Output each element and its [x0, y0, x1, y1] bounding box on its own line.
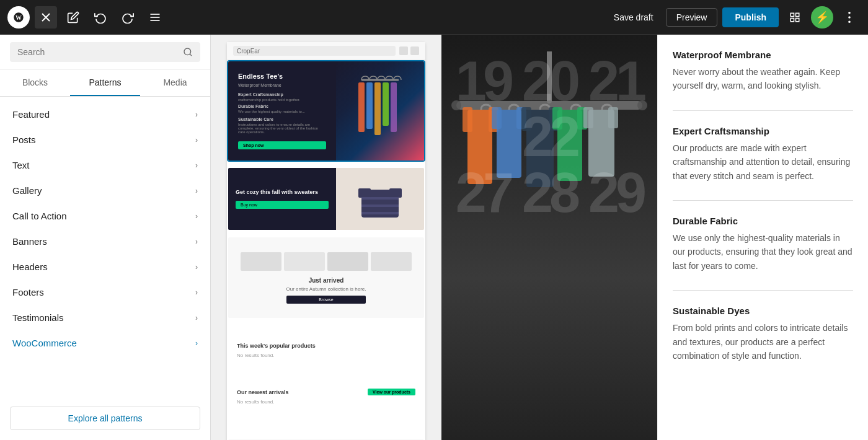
sidebar-item-label: Call to Action	[12, 211, 67, 221]
pattern-card-newest-arrivals[interactable]: Our newest arrivals View our products No…	[227, 381, 425, 433]
publish-button[interactable]: Publish	[722, 7, 779, 27]
chevron-right-icon: ›	[195, 237, 198, 246]
sidebar-item-call-to-action[interactable]: Call to Action ›	[0, 203, 210, 229]
sidebar-item-posts[interactable]: Posts ›	[0, 127, 210, 152]
sidebar-item-woocommerce[interactable]: WooCommerce ›	[0, 330, 210, 356]
edit-button[interactable]	[62, 6, 84, 29]
more-button[interactable]	[838, 6, 861, 29]
search-input[interactable]	[17, 47, 178, 57]
grid-cell	[327, 252, 368, 271]
pattern-3-btn[interactable]: Browse	[286, 296, 366, 304]
pattern-2-right	[336, 168, 424, 230]
sidebar-search-section	[0, 35, 210, 70]
sidebar-item-label: Text	[12, 160, 30, 170]
svg-rect-39	[552, 107, 562, 130]
feature-divider	[673, 110, 853, 111]
sidebar-item-label: Gallery	[12, 185, 42, 196]
feature-dyes-desc: From bold prints and colors to intricate…	[673, 321, 853, 363]
svg-rect-30	[463, 107, 472, 132]
svg-rect-21	[391, 82, 397, 132]
pattern-2-layout: Get cozy this fall with sweaters Buy now	[228, 168, 424, 230]
right-panel: Waterproof Membrane Never worry about th…	[657, 35, 868, 440]
pattern-1-layout: Endless Tee's Waterproof Membrane Expert…	[228, 61, 424, 161]
sidebar-tabs: Blocks Patterns Media	[0, 70, 210, 97]
layout-button[interactable]	[784, 6, 806, 29]
sidebar-item-gallery[interactable]: Gallery ›	[0, 178, 210, 203]
sidebar-item-testimonials[interactable]: Testimonials ›	[0, 305, 210, 330]
feature-fabric-desc: We use only the highest-quality material…	[673, 231, 853, 273]
svg-rect-27	[361, 212, 399, 214]
undo-button[interactable]	[89, 6, 112, 29]
pattern-card-popular-products[interactable]: This week's popular products No results …	[227, 324, 425, 376]
save-draft-button[interactable]: Save draft	[606, 9, 661, 26]
topbar-left: W	[7, 6, 166, 29]
pattern-card-just-arrived[interactable]: Just arrived Our entire Autumn collectio…	[227, 236, 425, 319]
feature-craftsmanship-desc: Our products are made with expert crafts…	[673, 141, 853, 183]
search-box	[10, 42, 200, 62]
tab-media[interactable]: Media	[140, 70, 210, 96]
pattern-3-title: Just arrived	[286, 277, 366, 284]
sidebar-item-banners[interactable]: Banners ›	[0, 229, 210, 254]
svg-rect-42	[583, 107, 593, 128]
menu-button[interactable]	[144, 6, 166, 29]
pattern-5-btn[interactable]: View our products	[368, 389, 415, 395]
wp-logo: W	[7, 6, 30, 29]
sidebar-item-footers[interactable]: Footers ›	[0, 279, 210, 305]
svg-rect-19	[374, 82, 381, 135]
topbar-right: Save draft Preview Publish ⚡	[606, 6, 861, 29]
feature-waterproof: Waterproof Membrane Never worry about th…	[673, 50, 853, 93]
pattern-5-layout: Our newest arrivals View our products No…	[228, 382, 424, 432]
pattern-1-shop-button[interactable]: Shop now	[238, 141, 326, 149]
pattern-card-endless-tees[interactable]: Endless Tee's Waterproof Membrane Expert…	[227, 60, 425, 162]
preview-button[interactable]: Preview	[666, 8, 718, 27]
pattern-1-subtitle: Waterproof Membrane	[238, 82, 326, 89]
svg-line-15	[190, 54, 192, 56]
main-layout: Blocks Patterns Media Featured › Posts ›…	[0, 35, 868, 440]
svg-point-12	[848, 16, 851, 19]
hangers-visual	[444, 51, 655, 423]
svg-point-44	[451, 100, 461, 110]
pattern-3-grid	[241, 252, 412, 271]
sidebar-item-label: Banners	[12, 236, 47, 247]
svg-rect-18	[366, 82, 373, 129]
pattern-card-cozy-sweaters[interactable]: Get cozy this fall with sweaters Buy now	[227, 167, 425, 231]
chevron-right-icon: ›	[195, 212, 198, 221]
svg-point-14	[184, 48, 191, 55]
pattern-1-feature1: Expert Craftsmanship	[238, 92, 326, 97]
sidebar-item-featured[interactable]: Featured ›	[0, 102, 210, 127]
sidebar-item-text[interactable]: Text ›	[0, 152, 210, 178]
tab-blocks[interactable]: Blocks	[0, 70, 70, 96]
sidebar-item-label: Testimonials	[12, 312, 64, 323]
chevron-right-icon: ›	[195, 187, 198, 195]
tab-patterns[interactable]: Patterns	[70, 70, 140, 96]
chevron-right-icon: ›	[195, 161, 198, 170]
svg-rect-26	[361, 205, 399, 207]
browser-mock: CropEar Endless Tee's Waterproof Membran…	[227, 42, 425, 440]
pattern-1-title: Endless Tee's	[238, 73, 326, 80]
pattern-4-title: This week's popular products	[237, 343, 316, 349]
svg-rect-9	[796, 18, 799, 21]
pattern-2-left: Get cozy this fall with sweaters Buy now	[228, 168, 336, 230]
chevron-right-icon: ›	[195, 136, 198, 144]
svg-rect-33	[492, 107, 502, 129]
svg-rect-8	[796, 13, 799, 16]
feature-dyes-title: Sustainable Dyes	[673, 306, 853, 316]
close-button[interactable]	[35, 6, 57, 29]
chevron-right-icon: ›	[195, 110, 198, 119]
pattern-1-feature2: Durable Fabric	[238, 104, 326, 108]
sidebar-item-label: Featured	[12, 109, 50, 120]
canvas-background: 19 20 21 22 27 28 29	[441, 35, 657, 440]
sidebar-list: Featured › Posts › Text › Gallery › Call…	[0, 97, 210, 399]
feature-waterproof-title: Waterproof Membrane	[673, 50, 853, 60]
sidebar-item-headers[interactable]: Headers ›	[0, 254, 210, 279]
search-icon	[183, 47, 193, 57]
feature-craftsmanship-title: Expert Craftsmanship	[673, 126, 853, 136]
explore-all-patterns-button[interactable]: Explore all patterns	[10, 407, 200, 430]
pattern-4-header: This week's popular products	[237, 343, 415, 349]
svg-rect-7	[790, 13, 794, 16]
pattern-1-right	[336, 61, 424, 161]
pattern-5-title: Our newest arrivals	[237, 389, 289, 395]
redo-button[interactable]	[117, 6, 139, 29]
pattern-2-btn[interactable]: Buy now	[236, 201, 329, 209]
browser-url: CropEar	[233, 46, 396, 56]
